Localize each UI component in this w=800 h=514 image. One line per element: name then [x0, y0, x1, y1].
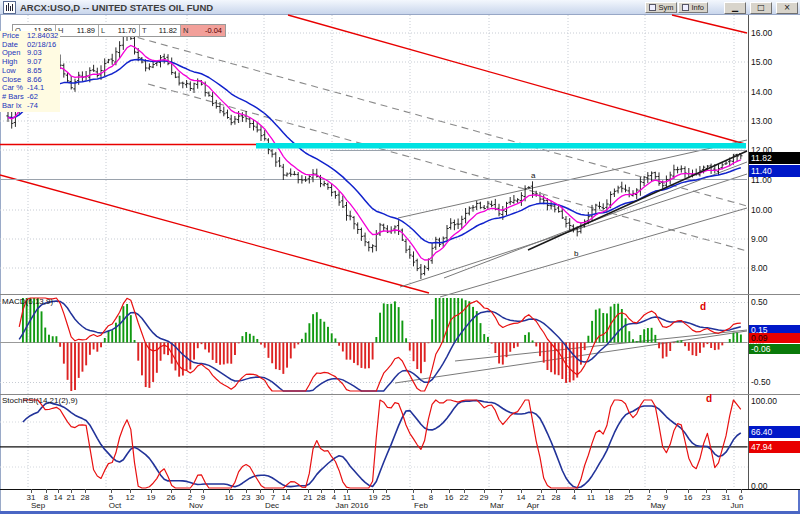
- chart-window: ARCX:USO,D -- UNITED STATES OIL FUND Sym…: [0, 0, 800, 514]
- chart-canvas[interactable]: [0, 0, 800, 514]
- price-axis-column[interactable]: [748, 15, 800, 489]
